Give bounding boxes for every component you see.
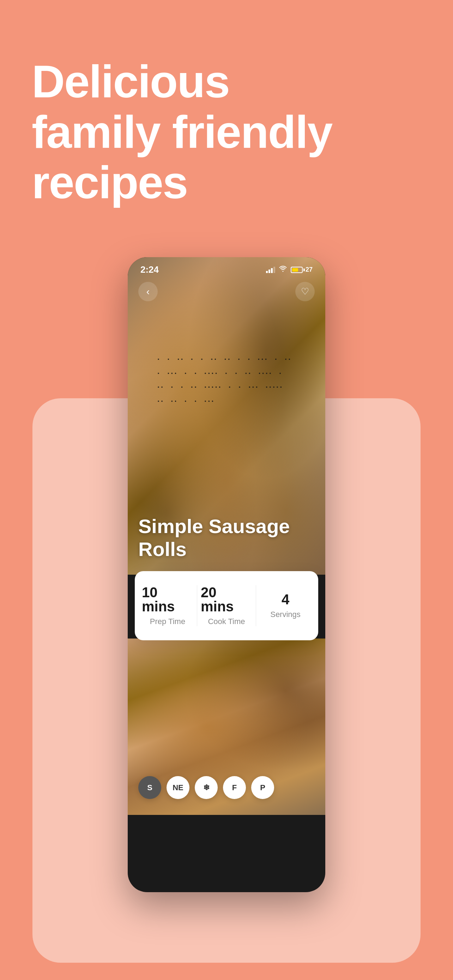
- stat-divider-1: [197, 585, 197, 626]
- hero-title: Delicious family friendly recipes: [32, 56, 421, 208]
- prep-time-label: Prep Time: [150, 617, 185, 626]
- tags-area: S NE ❄ F P: [128, 767, 325, 808]
- back-button[interactable]: ‹: [138, 282, 158, 301]
- servings-label: Servings: [270, 610, 300, 619]
- prep-time-value: 10 mins: [142, 585, 193, 614]
- servings-stat: 4 Servings: [260, 585, 311, 626]
- hero-section: Delicious family friendly recipes: [0, 0, 453, 236]
- phone-wrapper: 2:24 27: [0, 236, 453, 892]
- nav-bar: ‹ ♡: [128, 257, 325, 308]
- stats-card: 10 mins Prep Time 20 mins Cook Time 4 Se…: [135, 571, 318, 640]
- prep-time-stat: 10 mins Prep Time: [142, 585, 193, 626]
- bottom-food-section: S NE ❄ F P: [128, 638, 325, 815]
- back-arrow-icon: ‹: [146, 287, 149, 297]
- heart-icon: ♡: [301, 286, 309, 297]
- tag-f: F: [223, 776, 246, 799]
- tag-snowflake: ❄: [195, 776, 218, 799]
- tag-ne: NE: [167, 776, 189, 799]
- tag-p: P: [251, 776, 274, 799]
- cook-time-value: 20 mins: [201, 585, 252, 614]
- bottom-food-image: S NE ❄ F P: [128, 638, 325, 815]
- recipe-title: Simple Sausage Rolls: [138, 515, 315, 560]
- cook-time-stat: 20 mins Cook Time: [201, 585, 252, 626]
- servings-value: 4: [281, 592, 289, 606]
- recipe-title-overlay: Simple Sausage Rolls: [138, 515, 315, 560]
- author-tag: S: [138, 776, 161, 799]
- cook-time-label: Cook Time: [208, 617, 245, 626]
- stat-divider-2: [256, 585, 256, 626]
- phone-frame: 2:24 27: [128, 257, 325, 892]
- favorite-button[interactable]: ♡: [295, 282, 315, 301]
